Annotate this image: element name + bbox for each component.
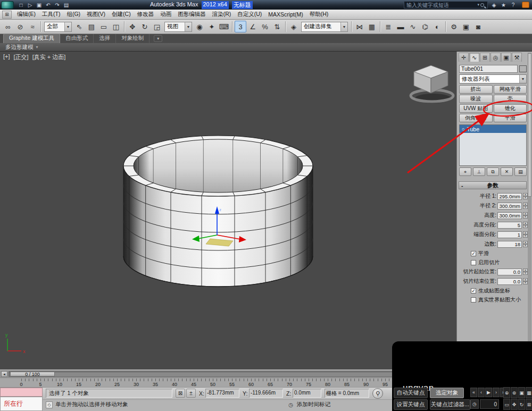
menu-item[interactable]: 工具(T) — [39, 10, 63, 19]
zoom-all-button[interactable]: ⊛ — [511, 387, 518, 398]
open-file-icon[interactable]: ▷ — [26, 1, 34, 9]
save-file-icon[interactable]: ▣ — [35, 1, 43, 9]
previous-frame-arrow[interactable]: ◄ — [1, 371, 7, 377]
modifier-button-uvw-map[interactable]: UVW 贴图 — [459, 104, 493, 113]
menu-item[interactable]: 帮助(H) — [306, 10, 332, 19]
snaps-toggle-3d[interactable]: 3 — [235, 21, 246, 32]
current-frame-field[interactable]: 0 — [480, 399, 499, 409]
previous-frame-button[interactable]: ‹ — [478, 388, 485, 397]
track-bar[interactable]: 0510152025303540455055606570758085909510… — [0, 378, 456, 387]
edit-named-selection-sets[interactable]: ◈ — [288, 21, 300, 32]
mirror[interactable]: ⋈ — [354, 21, 365, 32]
add-time-tag[interactable]: ◷ 添加时间标记 — [287, 401, 330, 408]
menu-item[interactable]: 渲染(R) — [209, 10, 235, 19]
ribbon-minimize-icon[interactable]: ▾ — [154, 35, 162, 42]
render-production[interactable]: ◙ — [472, 21, 484, 32]
param-cap-segments-spinner[interactable]: ▲▼ — [523, 231, 528, 238]
param-slice-to-field[interactable]: 0.0 — [497, 278, 522, 285]
render-setup[interactable]: ⚙ — [448, 21, 460, 32]
modifier-stack-list[interactable]: ○Tube — [459, 124, 527, 166]
help-icon[interactable]: ? — [509, 1, 517, 9]
maxscript-mini-listener[interactable]: 所在行 — [0, 397, 43, 411]
viewport-general-menu[interactable]: [+] — [3, 53, 10, 61]
modifier-button-meshsmooth[interactable]: 网格平滑 — [494, 85, 527, 94]
modify-tab[interactable]: ∿ — [469, 53, 479, 62]
spinner-down-icon[interactable]: ▼ — [523, 281, 528, 284]
menu-item[interactable]: 动画 — [157, 10, 174, 19]
spinner-down-icon[interactable]: ▼ — [523, 272, 528, 275]
param-radius1-field[interactable]: 295.0mm — [497, 193, 522, 200]
object-color-swatch[interactable] — [519, 65, 527, 72]
param-generate-mapping-coords-checkbox[interactable]: ✓ — [471, 288, 476, 293]
search-input[interactable] — [404, 2, 477, 8]
selection-filter-dropdown[interactable]: 全部▼ — [44, 22, 72, 32]
absolute-offset-toggle-icon[interactable]: ± — [186, 389, 196, 398]
select-and-scale[interactable]: ◲ — [151, 21, 163, 32]
ribbon-tab[interactable]: 选择 — [94, 34, 116, 43]
modifier-list-dropdown[interactable]: 修改器列表 ▼ — [459, 74, 527, 83]
param-real-world-map-size-checkbox[interactable] — [471, 297, 476, 303]
set-keys-button[interactable]: ⚲ — [372, 388, 383, 399]
time-slider-track[interactable]: 0 / 100 — [9, 371, 449, 377]
param-slice-from-field[interactable]: 0.0 — [497, 269, 522, 275]
viewport-canvas[interactable]: z x y — [0, 52, 456, 370]
spinner-down-icon[interactable]: ▼ — [523, 196, 528, 199]
go-to-start-button[interactable]: « — [470, 388, 477, 397]
menu-item[interactable]: 图形编辑器 — [174, 10, 209, 19]
viewport-layout-icon[interactable]: ⊞ — [2, 11, 12, 19]
zoom-extents-button[interactable]: ▣ — [518, 387, 525, 398]
communication-center-icon[interactable]: ◈ — [490, 1, 498, 9]
param-height-field[interactable]: 300.0mm — [497, 212, 522, 219]
search-dropdown-icon[interactable]: ▾ — [477, 3, 479, 7]
show-end-result-button[interactable]: ⊥ — [473, 167, 485, 176]
param-slice-on-checkbox[interactable] — [471, 260, 476, 265]
param-sides-spinner[interactable]: ▲▼ — [523, 241, 528, 247]
viewport[interactable]: [+] [正交] [真实 + 边面] — [0, 52, 456, 370]
stack-item-tube[interactable]: ○Tube — [460, 125, 526, 133]
param-height-segments-field[interactable]: 5 — [497, 222, 522, 229]
auto-key-button[interactable]: 自动关键点 — [394, 388, 428, 398]
select-and-rotate[interactable]: ↻ — [139, 21, 151, 32]
ribbon-panel-polygon-modeling[interactable]: 多边形建模 — [5, 44, 34, 51]
coord-x-field[interactable]: -81.773mm — [205, 389, 239, 398]
app-logo-button[interactable] — [1, 1, 14, 9]
rollout-collapse-icon[interactable]: - — [461, 182, 463, 189]
align[interactable]: ▦ — [366, 21, 378, 32]
curve-editor[interactable]: ∿ — [407, 21, 419, 32]
scrollbar-thumb[interactable] — [528, 53, 531, 197]
viewport-pov-menu[interactable]: [正交] — [14, 53, 29, 61]
percent-snap-toggle[interactable]: % — [259, 21, 271, 32]
menu-item[interactable]: 视图(V) — [84, 10, 109, 19]
remove-modifier-button[interactable]: ✕ — [501, 167, 513, 176]
chevron-down-icon[interactable]: ▾ — [36, 45, 38, 49]
select-object[interactable]: ⇖ — [73, 21, 85, 32]
redo-icon[interactable]: ↷ — [53, 1, 61, 9]
selection-lock-icon[interactable]: ⊠ — [176, 389, 185, 398]
viewcube[interactable] — [411, 65, 453, 103]
next-frame-button[interactable]: › — [493, 388, 500, 397]
use-pivot-point-center[interactable]: ◉ — [194, 21, 205, 32]
play-button[interactable]: ▶ — [485, 388, 492, 397]
param-sides-field[interactable]: 18 — [497, 241, 522, 248]
select-and-move[interactable]: ✥ — [127, 21, 138, 32]
field-of-view-button[interactable]: ▭ — [503, 399, 510, 410]
ribbon-tab[interactable]: Graphite 建模工具 — [3, 33, 60, 43]
angle-snap-toggle[interactable]: ∠ — [247, 21, 259, 32]
keyboard-shortcut-override[interactable]: ⌨ — [218, 21, 230, 32]
chevron-down-icon[interactable]: ▼ — [519, 75, 526, 83]
menu-item[interactable]: MAXScript(M) — [265, 10, 306, 19]
param-cap-segments-field[interactable]: 1 — [497, 231, 522, 238]
configure-modifier-sets-button[interactable]: ▤ — [514, 167, 527, 176]
ribbon-tab[interactable]: 自由形式 — [60, 34, 94, 43]
coord-y-field[interactable]: -119.666m — [249, 389, 283, 398]
menu-item[interactable]: 自定义(U) — [234, 10, 265, 19]
ribbon-tab[interactable]: 对象绘制 — [116, 34, 149, 43]
param-height-segments-spinner[interactable]: ▲▼ — [523, 222, 528, 228]
reference-coordinate-system[interactable]: 视图▼ — [164, 22, 192, 32]
make-unique-button[interactable]: ⧉ — [487, 167, 499, 176]
chevron-down-icon[interactable]: ▼ — [340, 22, 347, 31]
material-editor[interactable]: ◐ — [431, 21, 443, 32]
chevron-down-icon[interactable]: ▼ — [64, 22, 71, 31]
param-slice-to-spinner[interactable]: ▲▼ — [523, 278, 528, 284]
maximize-viewport-button[interactable]: ⊞ — [526, 399, 532, 410]
